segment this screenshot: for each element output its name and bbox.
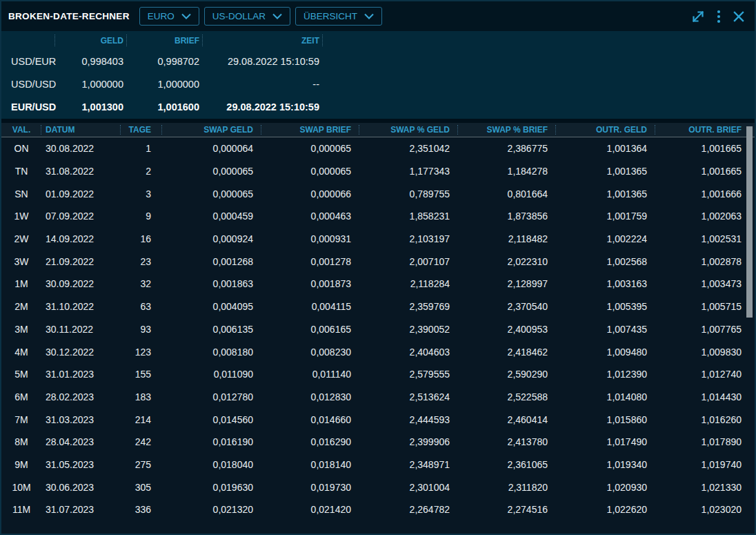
kebab-menu-icon[interactable] [717, 10, 721, 23]
cell-swap-brief: 0,000463 [261, 211, 359, 222]
cell-datum: 30.11.2022 [41, 324, 121, 335]
cell-outr-brief: 1,001665 [655, 166, 755, 177]
cell-val: 8M [1, 436, 41, 447]
cell-swap-brief: 0,019730 [261, 482, 359, 493]
cell-outr-brief: 1,009830 [655, 347, 755, 358]
cell-datum: 30.09.2022 [41, 278, 121, 289]
rate-pair: USD/USD [1, 79, 55, 90]
rate-row: USD/USD1,0000001,000000-- [1, 72, 755, 95]
cell-datum: 07.09.2022 [41, 211, 121, 222]
table-row[interactable]: 2W14.09.2022160,0009240,0009312,1031972,… [1, 228, 755, 251]
cell-swap-geld: 0,021320 [162, 504, 261, 515]
cell-tage: 23 [121, 256, 162, 267]
cell-val: 3M [1, 324, 41, 335]
vertical-scrollbar[interactable] [746, 125, 753, 532]
table-row[interactable]: ON30.08.202210,0000640,0000652,3510422,3… [1, 137, 755, 160]
cell-outr-geld: 1,015860 [556, 414, 655, 425]
rate-pair: EUR/USD [1, 101, 55, 113]
cell-swap-pct-brief: 2,386775 [458, 143, 556, 154]
cell-swap-geld: 0,000064 [162, 143, 261, 154]
table-row[interactable]: 3W21.09.2022230,0012680,0012782,0071072,… [1, 250, 755, 273]
cell-tage: 2 [121, 166, 162, 177]
cell-swap-pct-brief: 2,128997 [458, 278, 556, 289]
rate-brief: 1,001600 [127, 101, 203, 113]
cell-tage: 183 [121, 391, 162, 402]
table-row[interactable]: 3M30.11.2022930,0061350,0061652,3900522,… [1, 318, 755, 341]
cell-swap-brief: 0,014660 [261, 414, 359, 425]
cell-swap-pct-geld: 2,118284 [359, 278, 458, 289]
cell-swap-brief: 0,000065 [261, 143, 359, 154]
cell-outr-geld: 1,012390 [556, 369, 655, 380]
currency-dropdown-1-label: EURO [148, 11, 175, 21]
cell-swap-brief: 0,016290 [261, 436, 359, 447]
table-row[interactable]: 2M31.10.2022630,0040950,0041152,3597692,… [1, 295, 755, 318]
table-row[interactable]: 6M28.02.20231830,0127800,0128302,5136242… [1, 386, 755, 409]
cell-swap-brief: 0,012830 [261, 391, 359, 402]
cell-val: ON [1, 143, 41, 154]
cell-swap-geld: 0,012780 [162, 391, 261, 402]
cell-datum: 31.10.2022 [41, 301, 121, 312]
cell-outr-geld: 1,002224 [556, 233, 655, 244]
cell-swap-brief: 0,000931 [261, 233, 359, 244]
col-header-swap-brief: SWAP BRIEF [261, 123, 359, 137]
cell-swap-pct-geld: 2,007107 [359, 256, 458, 267]
col-header-tage: TAGE [121, 123, 162, 137]
cell-swap-pct-geld: 0,789755 [359, 188, 458, 200]
cell-swap-pct-brief: 2,522588 [458, 391, 556, 402]
cell-swap-pct-brief: 2,361065 [458, 459, 556, 470]
cell-datum: 14.09.2022 [41, 233, 121, 244]
cell-swap-brief: 0,000065 [261, 166, 359, 177]
cell-outr-geld: 1,002568 [556, 256, 655, 267]
chevron-down-icon [181, 11, 191, 21]
currency-dropdown-2[interactable]: US-DOLLAR [204, 7, 290, 26]
col-header-outr-geld: OUTR. GELD [556, 123, 655, 137]
table-row[interactable]: 7M31.03.20232140,0145600,0146602,4445932… [1, 408, 755, 431]
table-row[interactable]: 5M31.01.20231550,0110900,0111402,5795552… [1, 363, 755, 386]
expand-icon[interactable] [691, 10, 705, 23]
cell-swap-brief: 0,001873 [261, 278, 359, 289]
cell-val: 4M [1, 347, 41, 358]
cell-swap-pct-geld: 1,177343 [359, 166, 458, 177]
rates-header-brief: BRIEF [127, 31, 203, 50]
cell-swap-pct-brief: 2,400953 [458, 324, 556, 335]
table-row[interactable]: 1W07.09.202290,0004590,0004631,8582311,8… [1, 205, 755, 228]
cell-outr-brief: 1,001666 [655, 188, 755, 200]
cell-tage: 275 [121, 459, 162, 470]
currency-dropdown-1[interactable]: EURO [139, 7, 199, 26]
rates-panel: GELD BRIEF ZEIT USD/EUR0,9984030,9987022… [1, 31, 755, 119]
cell-swap-geld: 0,001268 [162, 256, 261, 267]
table-row[interactable]: SN01.09.202230,0000650,0000660,7897550,8… [1, 182, 755, 205]
cell-datum: 31.08.2022 [41, 166, 121, 177]
table-body: ON30.08.202210,0000640,0000652,3510422,3… [1, 137, 755, 521]
cell-val: 9M [1, 459, 41, 470]
cell-datum: 30.08.2022 [41, 143, 121, 154]
cell-datum: 30.06.2023 [41, 482, 121, 493]
cell-datum: 30.12.2022 [41, 347, 121, 358]
broken-date-rechner-window: BROKEN-DATE-RECHNER EURO US-DOLLAR ÜBERS… [0, 0, 756, 535]
chevron-down-icon [272, 11, 282, 21]
cell-swap-brief: 0,000066 [261, 188, 359, 200]
cell-swap-pct-geld: 2,264782 [359, 504, 458, 515]
table-row[interactable]: 10M30.06.20233050,0196300,0197302,301004… [1, 476, 755, 498]
rate-zeit: 29.08.2022 15:10:59 [203, 101, 323, 113]
cell-swap-geld: 0,014560 [162, 414, 261, 425]
table-row[interactable]: TN31.08.202220,0000650,0000651,1773431,1… [1, 160, 755, 183]
table-row[interactable]: 1M30.09.2022320,0018630,0018732,1182842,… [1, 273, 755, 295]
view-dropdown-label: ÜBERSICHT [304, 11, 357, 21]
scrollbar-thumb[interactable] [746, 126, 753, 318]
table-row[interactable]: 11M31.07.20233360,0213200,0214202,264782… [1, 498, 755, 521]
cell-val: 1W [1, 211, 41, 222]
cell-swap-pct-brief: 2,311820 [458, 482, 556, 493]
view-dropdown[interactable]: ÜBERSICHT [295, 7, 382, 26]
cell-swap-pct-geld: 2,351042 [359, 143, 458, 154]
page-title: BROKEN-DATE-RECHNER [8, 11, 130, 21]
rate-row: USD/EUR0,9984030,99870229.08.2022 15:10:… [1, 50, 755, 72]
cell-outr-brief: 1,021330 [655, 482, 755, 493]
table-row[interactable]: 8M28.04.20232420,0161900,0162902,3999062… [1, 431, 755, 454]
rate-zeit: 29.08.2022 15:10:59 [203, 56, 323, 67]
cell-swap-brief: 0,001278 [261, 256, 359, 267]
close-icon[interactable] [733, 10, 745, 23]
cell-swap-pct-brief: 2,418462 [458, 347, 556, 358]
table-row[interactable]: 9M31.05.20232750,0180400,0181402,3489712… [1, 454, 755, 476]
table-row[interactable]: 4M30.12.20221230,0081800,0082302,4046032… [1, 340, 755, 363]
